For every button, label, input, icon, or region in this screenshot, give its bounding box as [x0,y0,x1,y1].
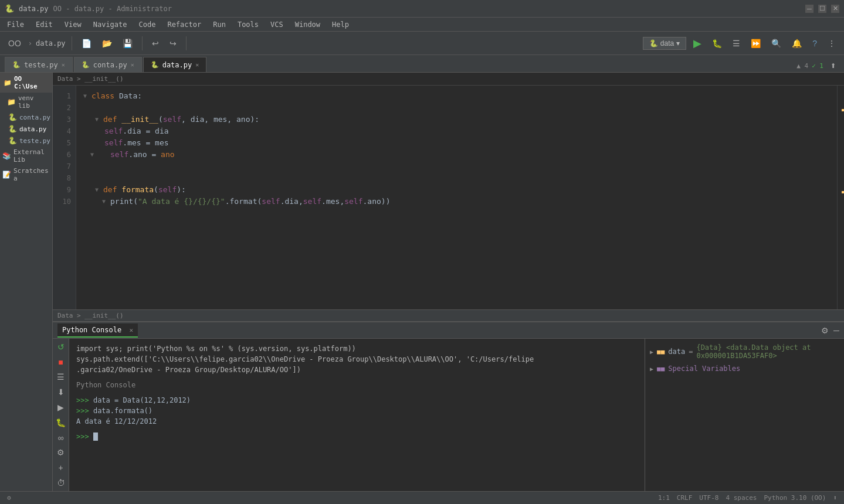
sidebar-item-external[interactable]: 📚 External Lib [0,147,52,165]
console-settings-button[interactable]: ⚙ [821,326,829,335]
prompt-3: >>> [76,433,93,441]
var-arrow-data: ▶ [650,349,653,355]
redo-button[interactable]: ↪ [166,36,180,50]
project-root-icon: 📁 [4,79,12,87]
console-controls: ⚙ ─ [821,326,839,335]
external-label: External Lib [13,148,49,164]
notification-button[interactable]: 🔔 [788,36,805,50]
tab-close-teste[interactable]: ✕ [62,62,65,68]
title-bar-left: 🐍 data.py OO - data.py - Administrator [5,4,172,13]
search-button[interactable]: 🔍 [768,36,785,50]
save-button[interactable]: 💾 [119,36,136,50]
tab-conta-py[interactable]: 🐍 conta.py ✕ [74,57,142,72]
venv-icon: 📁 [7,98,16,106]
debug-button[interactable]: 🐛 [709,36,726,50]
minimize-button[interactable]: ─ [805,5,814,13]
run-button[interactable]: ▶ [690,35,705,52]
menu-navigate[interactable]: Navigate [89,19,132,30]
sidebar-item-teste[interactable]: 🐍 teste.py [0,135,52,147]
editor-area: Data > __init__() 1 2 3 4 5 6 7 8 9 10 [53,73,844,321]
console-clock-btn[interactable]: ⏱ [55,477,67,489]
toolbar-separator-2 [142,36,143,50]
tab-teste-py[interactable]: 🐍 teste.py ✕ [5,57,73,72]
line-num-10: 10 [53,196,71,207]
code-line-7 [83,161,830,172]
console-scroll-btn[interactable]: ⬇ [55,386,67,398]
new-file-button[interactable]: 📄 [78,36,95,50]
menu-window[interactable]: Window [290,19,325,30]
tab-close-data[interactable]: ✕ [195,62,199,68]
console-debug-btn[interactable]: 🐛 [55,417,67,428]
variables-panel: ▶ ■■ data = {Data} <data.Data object at … [645,339,844,491]
prompt-2: >>> [76,407,93,415]
console-output[interactable]: import sys; print('Python %s on %s' % (s… [69,339,645,491]
fold-6[interactable]: ▼ [90,149,97,161]
menu-refactor[interactable]: Refactor [162,19,206,30]
sidebar-item-venv[interactable]: 📁 venv lib [0,93,52,111]
console-settings-btn2[interactable]: ⚙ [55,447,67,459]
open-button[interactable]: 📂 [99,36,116,50]
python-console-tab[interactable]: Python Console ✕ [57,323,138,338]
menu-vcs[interactable]: VCS [266,19,288,30]
coverage-button[interactable]: ☰ [729,36,744,50]
maximize-button[interactable]: ☐ [818,5,826,13]
window-controls[interactable]: ─ ☐ ✕ [805,5,839,13]
sidebar-item-data[interactable]: 🐍 data.py [0,123,52,135]
menu-edit[interactable]: Edit [31,19,57,30]
prompt-1: >>> [76,396,93,404]
tab-label-data: data.py [162,61,192,69]
console-attach-btn[interactable]: ∞ [55,432,67,444]
menu-help[interactable]: Help [327,19,354,30]
fold-9[interactable]: ▼ [95,184,102,196]
python-version: Python 3.10 (OO) [764,494,826,502]
project-root-label: OO C:\Use [14,75,49,90]
var-equals-data: = [689,348,693,356]
toolbar-right: 🐍 data ▾ ▶ 🐛 ☰ ⏩ 🔍 🔔 ? ⋮ [643,35,839,52]
conta-file-icon: 🐍 [8,113,17,121]
menu-view[interactable]: View [60,19,86,30]
console-import-line: import sys; print('Python %s on %s' % (s… [76,343,638,354]
console-restart-btn[interactable]: ↺ [55,341,67,353]
close-button[interactable]: ✕ [831,5,839,13]
fold-3[interactable]: ▼ [95,114,102,125]
profile-button[interactable]: ⏩ [747,36,764,50]
scratch-label: Scratches a [13,167,49,182]
sidebar-item-scratches[interactable]: 📝 Scratches a [0,165,52,184]
console-run-btn[interactable]: ▶ [55,401,67,413]
undo-button[interactable]: ↩ [148,36,162,50]
code-container[interactable]: 1 2 3 4 5 6 7 8 9 10 ▼ class Data: [53,86,844,309]
project-selector[interactable]: 🐍 data ▾ [643,37,686,50]
console-clear-btn[interactable]: ☰ [55,372,67,383]
console-panel: Python Console ✕ ⚙ ─ ↺ ■ ☰ ⬇ ▶ 🐛 [53,321,844,491]
fold-10[interactable]: ▼ [102,196,109,207]
error-count: ✓ 1 [812,62,823,70]
console-minimize-button[interactable]: ─ [833,326,839,335]
status-right: 1:1 CRLF UTF-8 4 spaces Python 3.10 (OO)… [658,494,837,502]
menu-bar: File Edit View Navigate Code Refactor Ru… [0,18,844,32]
fold-1[interactable]: ▼ [83,90,90,102]
menu-tools[interactable]: Tools [233,19,263,30]
tab-close-conta[interactable]: ✕ [131,62,134,68]
tab-icon-teste: 🐍 [12,61,21,69]
line-num-4: 4 [53,125,71,137]
tab-data-py[interactable]: 🐍 data.py ✕ [143,57,207,72]
menu-code[interactable]: Code [134,19,161,30]
toolbar-separator-1 [72,36,72,50]
help-icon-button[interactable]: ? [809,36,821,50]
editor-settings-button[interactable]: ⬆ [827,60,839,72]
line-numbers: 1 2 3 4 5 6 7 8 9 10 [53,86,76,309]
console-tab-close[interactable]: ✕ [129,326,133,334]
var-item-data[interactable]: ▶ ■■ data = {Data} <data.Data object at … [645,341,844,362]
code-line-8 [83,172,830,184]
code-line-5: self.mes = mes [83,137,830,149]
back-button[interactable]: OO [5,36,25,50]
console-stop-btn[interactable]: ■ [55,356,67,368]
more-button[interactable]: ⋮ [824,36,839,50]
menu-run[interactable]: Run [208,19,231,30]
code-editor[interactable]: ▼ class Data: ▼ def __init__(self, dia, … [76,86,837,309]
sidebar-item-conta[interactable]: 🐍 conta.py [0,111,52,123]
main-layout: 📁 OO C:\Use 📁 venv lib 🐍 conta.py 🐍 data… [0,73,844,491]
console-add-btn[interactable]: + [55,462,67,474]
menu-file[interactable]: File [2,19,29,30]
var-item-special[interactable]: ▶ ■■ Special Variables [645,362,844,375]
